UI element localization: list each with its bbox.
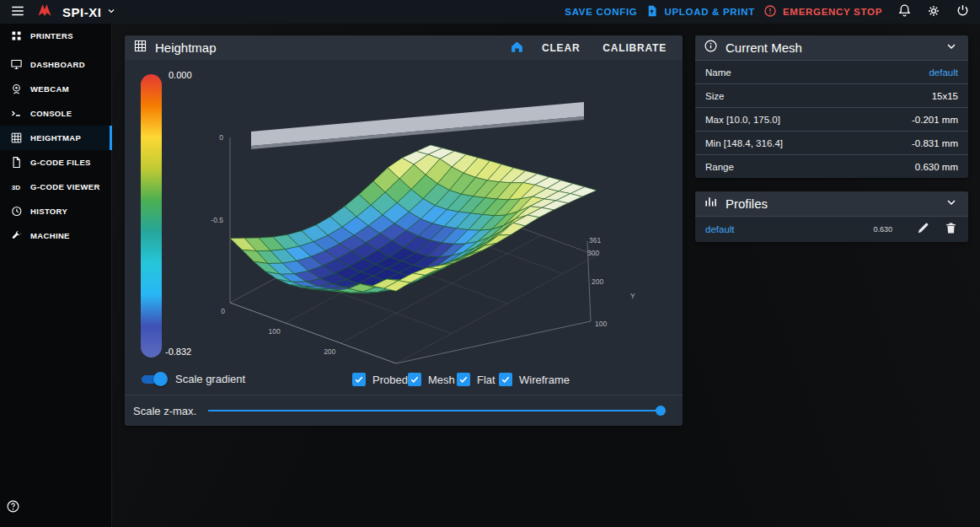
sidebar-item-gcode-files[interactable]: G-CODE FILES — [0, 150, 111, 175]
toggle-switch[interactable] — [140, 373, 168, 385]
svg-text:361: 361 — [589, 236, 601, 245]
profile-range: 0.630 — [873, 225, 892, 234]
machine-icon — [9, 229, 23, 242]
sidebar-item-label: HISTORY — [30, 207, 67, 216]
edit-profile-button[interactable] — [916, 221, 930, 238]
bell-icon — [897, 3, 912, 20]
sidebar-item-machine[interactable]: MACHINE — [0, 223, 111, 248]
clear-button[interactable]: CLEAR — [534, 39, 587, 57]
profile-row: default 0.630 — [695, 216, 968, 242]
profile-name-link[interactable]: default — [705, 224, 735, 234]
profiles-icon — [704, 195, 718, 212]
svg-text:0: 0 — [219, 133, 223, 142]
topbar-icon-group — [896, 2, 972, 23]
power-button[interactable] — [954, 2, 972, 22]
current-mesh-card: Current Mesh Name default Size 15x15 Max… — [695, 35, 968, 178]
checkbox-checked-icon — [352, 373, 366, 386]
row-value: -0.201 mm — [912, 115, 958, 125]
sidebar-item-heightmap[interactable]: HEIGHTMAP — [0, 126, 111, 150]
pencil-icon — [916, 221, 930, 238]
mesh-row-name: Name default — [695, 60, 968, 83]
row-label: Size — [705, 91, 724, 101]
page-title: SPI-XI — [62, 5, 101, 19]
checkbox-label: Wireframe — [519, 374, 570, 386]
sidebar-item-history[interactable]: HISTORY — [0, 199, 111, 223]
mesh-row-min: Min [148.4, 316.4] -0.831 mm — [695, 131, 968, 154]
row-value: 0.630 mm — [915, 162, 958, 172]
grid-icon — [133, 39, 147, 56]
sidebar-item-gcode-viewer[interactable]: 3D G-CODE VIEWER — [0, 175, 111, 199]
notifications-button[interactable] — [896, 2, 913, 22]
svg-text:Y: Y — [630, 292, 635, 300]
heightmap-title: Heightmap — [155, 40, 217, 55]
emergency-stop-label: EMERGENCY STOP — [783, 7, 882, 17]
sidebar-item-webcam[interactable]: WEBCAM — [0, 77, 111, 101]
checkbox-probed[interactable]: Probed — [352, 373, 408, 386]
sidebar-item-label: G-CODE FILES — [30, 158, 91, 167]
checkbox-flat[interactable]: Flat — [457, 373, 495, 386]
checkbox-mesh[interactable]: Mesh — [408, 373, 455, 386]
toggle-thumb — [153, 372, 168, 386]
heightmap-controls: Scale gradient Probed Mesh Flat Wirefram… — [125, 369, 683, 395]
sidebar-item-label: G-CODE VIEWER — [30, 182, 100, 191]
sidebar-item-console[interactable]: CONSOLE — [0, 101, 111, 126]
chevron-down-icon — [106, 4, 116, 19]
power-icon — [956, 3, 970, 20]
checkbox-label: Probed — [372, 374, 408, 386]
gradient-bar — [141, 74, 162, 358]
trash-icon — [944, 221, 958, 238]
sidebar-item-label: WEBCAM — [30, 84, 69, 94]
help-button[interactable] — [4, 497, 22, 518]
checkbox-wireframe[interactable]: Wireframe — [499, 373, 570, 386]
profiles-title: Profiles — [726, 196, 768, 211]
collapse-button[interactable] — [943, 38, 960, 57]
heightmap-3d-plot[interactable]: 0-0.50100200100200300361Y — [125, 60, 683, 369]
sidebar-item-label: PRINTERS — [30, 31, 73, 40]
sidebar-item-printers[interactable]: PRINTERS — [0, 24, 111, 48]
current-mesh-title: Current Mesh — [726, 40, 802, 55]
scale-gradient-label: Scale gradient — [175, 373, 245, 385]
scale-zmax-row: Scale z-max. — [125, 395, 683, 426]
history-icon — [9, 205, 23, 218]
settings-button[interactable] — [924, 2, 943, 23]
mesh-name-link[interactable]: default — [929, 67, 958, 78]
calibrate-button[interactable]: CALIBRATE — [595, 39, 674, 57]
sidebar-item-dashboard[interactable]: DASHBOARD — [0, 52, 111, 77]
svg-text:-0.5: -0.5 — [211, 216, 223, 224]
scale-gradient-toggle[interactable]: Scale gradient — [140, 373, 245, 385]
row-label: Min [148.4, 316.4] — [705, 138, 783, 148]
printers-icon — [9, 30, 23, 42]
upload-print-button[interactable]: UPLOAD & PRINT — [645, 4, 755, 19]
collapse-button[interactable] — [943, 194, 960, 213]
webcam-icon — [9, 83, 23, 95]
row-value: 15x15 — [932, 91, 958, 101]
home-button[interactable] — [507, 37, 527, 59]
checkbox-checked-icon — [457, 373, 470, 386]
scale-zmax-slider[interactable] — [208, 405, 667, 417]
slider-thumb[interactable] — [656, 406, 666, 416]
sidebar-item-label: MACHINE — [30, 231, 70, 240]
slider-track[interactable] — [208, 410, 662, 411]
heightmap-card-header: Heightmap CLEAR CALIBRATE — [125, 35, 683, 60]
svg-text:100: 100 — [268, 327, 280, 336]
svg-text:200: 200 — [324, 347, 335, 356]
printer-selector[interactable]: SPI-XI — [62, 4, 116, 19]
row-label: Name — [705, 67, 731, 78]
gear-icon — [926, 3, 941, 21]
svg-text:300: 300 — [587, 249, 599, 257]
svg-text:100: 100 — [595, 320, 607, 328]
console-icon — [9, 107, 23, 120]
emergency-stop-button[interactable]: EMERGENCY STOP — [763, 4, 882, 19]
gcode-viewer-icon: 3D — [9, 180, 23, 193]
row-value: -0.831 mm — [912, 138, 958, 148]
help-icon — [6, 499, 20, 516]
svg-text:0: 0 — [221, 307, 225, 315]
hamburger-button[interactable] — [8, 2, 27, 23]
heightmap-icon — [9, 132, 23, 144]
save-config-button[interactable]: SAVE CONFIG — [565, 7, 637, 17]
current-mesh-header: Current Mesh — [695, 35, 968, 60]
heightmap-plot[interactable]: 0-0.50100200100200300361Y 0.000 -0.832 — [125, 60, 683, 369]
gcode-files-icon — [9, 156, 23, 169]
delete-profile-button[interactable] — [944, 221, 958, 238]
mesh-row-range: Range 0.630 mm — [695, 154, 968, 178]
